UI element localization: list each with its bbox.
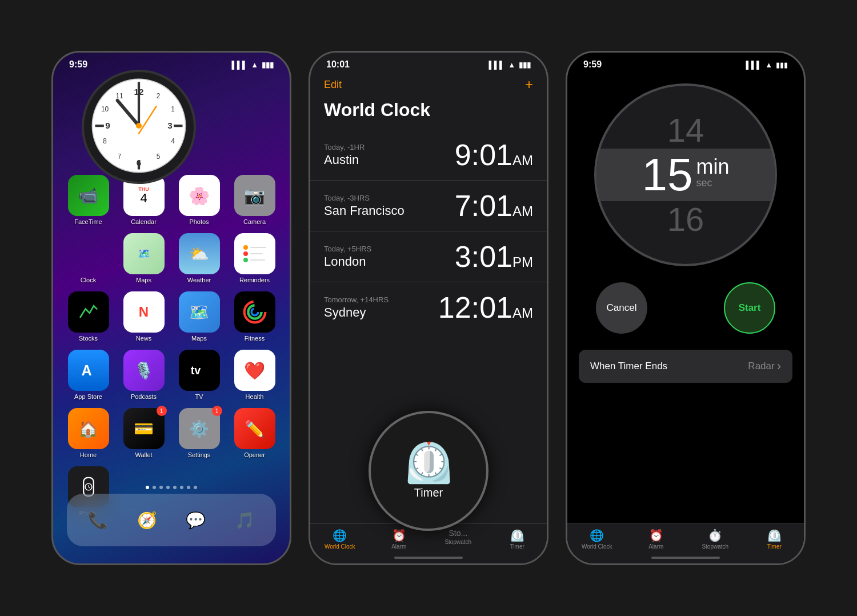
- dot-8: [194, 486, 197, 489]
- phone-home-screen: 9:59 ▌▌▌ ▲ ▮▮▮ 12 3 6: [51, 51, 291, 565]
- tab-world-clock-p3[interactable]: 🌐 World Clock: [567, 529, 627, 550]
- tab-label-timer-p2: Timer: [510, 543, 524, 550]
- app-label-photos: Photos: [189, 218, 209, 225]
- app-tv[interactable]: tv TV: [175, 350, 223, 400]
- app-appstore[interactable]: A App Store: [65, 350, 112, 400]
- app-opener[interactable]: ✏️ Opener: [231, 408, 278, 458]
- app-facetime[interactable]: 📹 FaceTime: [65, 175, 112, 225]
- app-news[interactable]: N News: [120, 291, 167, 342]
- app-photos[interactable]: 🌸 Photos: [175, 175, 223, 225]
- timer-wheel-wrapper: 14 15 min sec 16: [567, 83, 804, 266]
- dock-safari[interactable]: 🧭: [127, 501, 166, 539]
- dock-messages[interactable]: 💬: [177, 501, 215, 539]
- timer-num-current: 15: [642, 152, 693, 198]
- alarm-icon-p3: ⏰: [649, 529, 663, 542]
- dot-2: [153, 486, 156, 489]
- tab-label-alarm-p2: Alarm: [391, 543, 406, 550]
- tab-stopwatch-p3[interactable]: ⏱️ Stopwatch: [686, 529, 745, 550]
- when-timer-value: Radar: [748, 361, 774, 372]
- app-weather[interactable]: ⛅ Weather: [175, 233, 223, 283]
- austin-city: Austin: [324, 153, 365, 167]
- timer-buttons: Cancel Start: [567, 266, 804, 350]
- dot-7: [187, 486, 190, 489]
- sf-time: 7:01AM: [455, 189, 533, 223]
- tab-label-world-clock-p2: World Clock: [325, 543, 355, 550]
- timer-wheel[interactable]: 14 15 min sec 16: [594, 83, 777, 266]
- app-reminders[interactable]: Reminders: [231, 233, 278, 283]
- tab-alarm-p3[interactable]: ⏰ Alarm: [627, 529, 686, 550]
- when-timer-label: When Timer Ends: [590, 361, 667, 372]
- sf-label: Today, -3HRS: [324, 194, 405, 202]
- tab-label-alarm-p3: Alarm: [648, 543, 663, 550]
- app-fitness[interactable]: Fitness: [231, 291, 278, 342]
- dock-music[interactable]: 🎵: [225, 501, 264, 539]
- stopwatch-icon-p3: ⏱️: [708, 529, 722, 542]
- signal-icon-p2: ▌▌▌: [488, 61, 504, 69]
- app-label-camera: Camera: [243, 218, 266, 225]
- tab-world-clock-p2[interactable]: 🌐 World Clock: [310, 529, 370, 550]
- tab-timer-p3[interactable]: ⏲️ Timer: [745, 529, 804, 550]
- app-maps2[interactable]: 🗺️ Maps: [120, 233, 167, 283]
- app-podcasts[interactable]: 🎙️ Podcasts: [120, 350, 167, 400]
- clock-entry-sf: Today, -3HRS San Francisco 7:01AM: [310, 181, 547, 231]
- status-bar-p3: 9:59 ▌▌▌ ▲ ▮▮▮: [567, 53, 804, 72]
- svg-text:A: A: [81, 362, 91, 378]
- start-button[interactable]: Start: [724, 282, 775, 334]
- signal-icon-p3: ▌▌▌: [746, 61, 762, 69]
- tab-timer-p2[interactable]: ⏲️ Timer: [488, 529, 547, 550]
- world-clock-icon-p2: 🌐: [333, 529, 347, 542]
- when-timer-ends-row[interactable]: When Timer Ends Radar ›: [579, 350, 792, 383]
- timer-unit-small: sec: [696, 177, 712, 189]
- battery-icon: ▮▮▮: [262, 61, 274, 69]
- page-dots: [53, 486, 290, 489]
- battery-icon-p3: ▮▮▮: [776, 61, 788, 69]
- wifi-icon-p3: ▲: [765, 61, 772, 69]
- battery-icon-p2: ▮▮▮: [519, 61, 531, 69]
- clock-list: Today, -1HR Austin 9:01AM Today, -3HRS S…: [310, 130, 547, 333]
- wallet-badge: 1: [157, 406, 167, 416]
- dot-1: [146, 486, 149, 489]
- cancel-button[interactable]: Cancel: [596, 282, 647, 334]
- clock-circle-overlay: 12 3 6 9 2 1 4 5 7 8 10 11: [82, 70, 196, 184]
- timer-icon-p2: ⏲️: [510, 529, 524, 542]
- app-health[interactable]: ❤️ Health: [231, 350, 278, 400]
- dock: 📞 🧭 💬 🎵: [67, 494, 276, 546]
- svg-text:8: 8: [103, 137, 107, 145]
- svg-point-23: [251, 309, 258, 315]
- analog-clock: 12 3 6 9 2 1 4 5 7 8 10 11: [90, 77, 187, 177]
- signal-icon: ▌▌▌: [231, 61, 247, 69]
- timer-num-below: 16: [667, 201, 704, 238]
- start-label: Start: [739, 302, 761, 314]
- tab-label-stopwatch-p3: Stopwatch: [702, 543, 728, 550]
- timer-zoom-icon: ⏲️: [404, 443, 454, 483]
- phone-timer: 9:59 ▌▌▌ ▲ ▮▮▮ 14 15 min sec 16: [566, 51, 806, 565]
- tab-alarm-p2[interactable]: ⏰ Alarm: [370, 529, 429, 550]
- app-stocks[interactable]: Stocks: [65, 291, 112, 342]
- app-wallet[interactable]: 💳 1 Wallet: [120, 408, 167, 458]
- status-bar-phone1: 9:59 ▌▌▌ ▲ ▮▮▮: [53, 53, 290, 72]
- add-clock-button[interactable]: +: [525, 77, 533, 93]
- timer-current-row: 15 min sec: [596, 149, 775, 201]
- timer-zoom-circle: ⏲️ Timer: [369, 411, 488, 531]
- london-label: Today, +5HRS: [324, 245, 371, 253]
- tab-label-stopwatch-p2: Stopwatch: [444, 539, 471, 545]
- app-clock-placeholder[interactable]: Clock: [65, 233, 112, 283]
- sydney-city: Sydney: [324, 305, 389, 320]
- app-settings[interactable]: ⚙️ 1 Settings: [175, 408, 223, 458]
- dot-4: [166, 486, 170, 489]
- home-indicator-p2: [394, 557, 463, 559]
- dot-3: [159, 486, 163, 489]
- app-camera[interactable]: 📷 Camera: [231, 175, 278, 225]
- alarm-icon-p2: ⏰: [392, 529, 406, 542]
- svg-text:2: 2: [157, 92, 161, 100]
- app-maps[interactable]: 🗺️ Maps: [175, 291, 223, 342]
- app-label-calendar: Calendar: [131, 218, 157, 225]
- app-home[interactable]: 🏠 Home: [65, 408, 112, 458]
- tab-stopwatch-p2[interactable]: Sto... Stopwatch: [428, 529, 488, 550]
- edit-button[interactable]: Edit: [324, 79, 342, 91]
- tab-label-world-clock-p3: World Clock: [582, 543, 612, 550]
- svg-text:3: 3: [167, 121, 173, 130]
- dock-phone[interactable]: 📞: [79, 501, 118, 539]
- sydney-label: Tomorrow, +14HRS: [324, 295, 389, 304]
- svg-text:1: 1: [171, 105, 175, 113]
